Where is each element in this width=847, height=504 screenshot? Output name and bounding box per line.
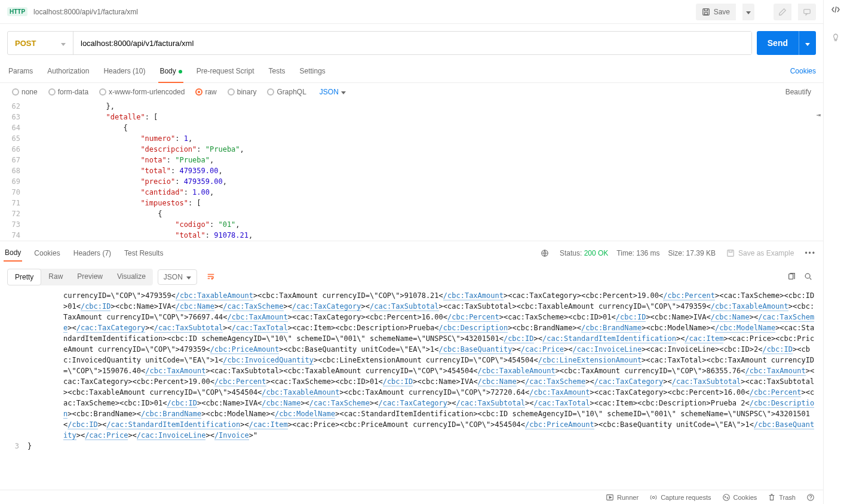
svg-point-6 <box>805 273 810 278</box>
svg-point-9 <box>723 494 729 500</box>
size-label: Size: 17.39 KB <box>668 249 716 257</box>
body-raw[interactable]: raw <box>195 88 216 96</box>
globe-icon[interactable] <box>541 249 549 257</box>
svg-point-11 <box>727 497 728 498</box>
chevron-down-icon <box>746 8 751 16</box>
time-label: Time: 136 ms <box>616 249 659 257</box>
response-content: } <box>27 441 817 451</box>
resp-lang-select[interactable]: JSON <box>158 269 197 285</box>
resp-tab-tests[interactable]: Test Results <box>123 245 164 261</box>
edit-button[interactable] <box>774 4 791 20</box>
capture-button[interactable]: Capture requests <box>649 493 711 502</box>
chevron-down-icon <box>186 273 191 281</box>
tab-authorization[interactable]: Authorization <box>46 62 90 80</box>
beautify-link[interactable]: Beautify <box>785 88 811 96</box>
copy-button[interactable] <box>787 272 796 282</box>
svg-rect-1 <box>704 12 707 14</box>
response-content: currencyID=\"COP\">479359</cbc:TaxableAm… <box>27 290 817 441</box>
fmt-raw[interactable]: Raw <box>41 269 70 285</box>
code-panel-button[interactable] <box>831 5 840 16</box>
titlebar: HTTP localhost:8000/api/v1/factura/xml S… <box>0 0 823 24</box>
search-button[interactable] <box>800 272 816 282</box>
body-none[interactable]: none <box>12 88 38 96</box>
tab-tests[interactable]: Tests <box>267 62 286 80</box>
runner-button[interactable]: Runner <box>606 493 639 502</box>
fmt-pretty[interactable]: Pretty <box>7 269 41 285</box>
help-button[interactable] <box>806 493 815 502</box>
play-icon <box>606 493 614 502</box>
linewrap-button[interactable] <box>202 269 220 285</box>
chevron-down-icon <box>61 39 66 48</box>
bulb-icon <box>831 33 840 42</box>
request-body-editor[interactable]: ⇥ 62 },63 "detalle": [64 {65 "numero": 1… <box>0 101 823 241</box>
request-title: localhost:8000/api/v1/factura/xml <box>33 8 138 16</box>
save-icon <box>702 8 710 16</box>
copy-icon <box>787 272 796 281</box>
tab-settings[interactable]: Settings <box>299 62 327 80</box>
modified-dot-icon <box>179 70 182 73</box>
svg-rect-4 <box>728 250 734 257</box>
comment-icon <box>803 8 811 16</box>
save-button[interactable]: Save <box>696 4 736 20</box>
resp-tab-cookies[interactable]: Cookies <box>33 245 61 261</box>
body-binary[interactable]: binary <box>228 88 257 96</box>
help-icon <box>806 493 815 502</box>
resp-tab-body[interactable]: Body <box>4 245 22 262</box>
response-tabs: Body Cookies Headers (7) Test Results St… <box>0 241 823 265</box>
svg-rect-2 <box>804 9 811 13</box>
body-graphql[interactable]: GraphQL <box>267 88 306 96</box>
chevron-down-icon <box>805 38 810 48</box>
svg-point-10 <box>725 496 725 497</box>
cookie-icon <box>722 493 731 502</box>
send-label: Send <box>757 38 799 48</box>
svg-rect-5 <box>789 273 793 279</box>
fmt-visualize[interactable]: Visualize <box>110 269 153 285</box>
comment-button[interactable] <box>798 4 816 20</box>
response-format-row: Pretty Raw Preview Visualize JSON <box>0 265 823 289</box>
pencil-icon <box>778 8 787 16</box>
chevron-down-icon <box>341 88 346 96</box>
save-as-example[interactable]: Save as Example <box>726 249 794 257</box>
send-button[interactable]: Send <box>757 31 816 55</box>
body-xwww[interactable]: x-www-form-urlencoded <box>99 88 185 96</box>
cookies-button[interactable]: Cookies <box>722 493 757 502</box>
status-label: Status: 200 OK <box>560 249 608 257</box>
collapse-handle-icon[interactable]: ⇥ <box>817 109 821 120</box>
line-gutter: 3 <box>4 441 27 451</box>
antenna-icon <box>649 493 658 502</box>
body-formdata[interactable]: form-data <box>48 88 88 96</box>
search-icon <box>804 272 812 281</box>
trash-button[interactable]: Trash <box>768 493 796 502</box>
svg-rect-0 <box>702 8 709 15</box>
tab-prerequest[interactable]: Pre-request Script <box>195 62 256 80</box>
request-tabs: Params Authorization Headers (10) Body P… <box>0 60 823 83</box>
tab-body[interactable]: Body <box>158 62 183 80</box>
bulb-button[interactable] <box>831 33 840 44</box>
more-actions[interactable]: ••• <box>805 249 816 257</box>
statusbar: Runner Capture requests Cookies Trash <box>0 490 823 504</box>
cookies-link[interactable]: Cookies <box>790 67 816 75</box>
tab-params[interactable]: Params <box>7 62 34 80</box>
tab-headers[interactable]: Headers (10) <box>102 62 146 80</box>
url-input[interactable] <box>73 32 751 54</box>
url-row: POST Send <box>0 24 823 60</box>
linewrap-icon <box>207 272 215 281</box>
trash-icon <box>768 493 776 502</box>
resp-tab-headers[interactable]: Headers (7) <box>72 245 112 261</box>
http-chip: HTTP <box>7 7 27 16</box>
save-icon <box>726 249 735 257</box>
method-select[interactable]: POST <box>8 32 73 54</box>
save-label: Save <box>714 8 730 16</box>
method-label: POST <box>15 39 36 48</box>
response-body[interactable]: currencyID=\"COP\">479359</cbc:TaxableAm… <box>0 289 823 490</box>
raw-lang-select[interactable]: JSON <box>320 88 346 96</box>
save-dropdown-button[interactable] <box>742 4 754 20</box>
right-rail <box>823 0 847 504</box>
fmt-preview[interactable]: Preview <box>70 269 110 285</box>
code-icon <box>831 5 840 14</box>
body-type-row: none form-data x-www-form-urlencoded raw… <box>0 83 823 101</box>
svg-point-8 <box>652 496 655 499</box>
